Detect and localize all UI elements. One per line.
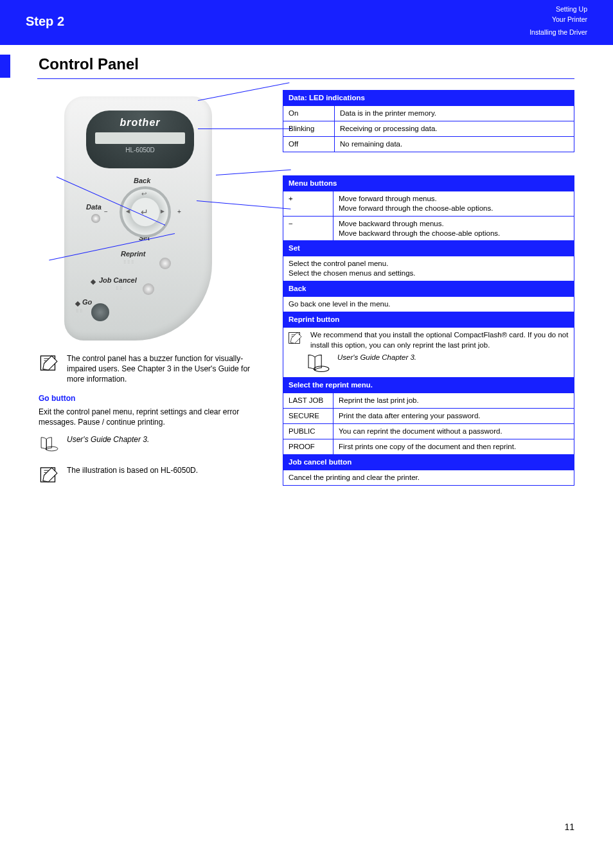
filler: [333, 281, 574, 297]
rp-c2: Reprint the last print job.: [333, 393, 574, 408]
lead-line: [198, 128, 291, 129]
rp-c1: LAST JOB: [283, 393, 333, 408]
rp-c1: PROOF: [283, 439, 333, 454]
t2-minus-desc: Move backward through menus.Move backwar…: [333, 216, 574, 241]
panel-label-back: Back: [134, 177, 150, 184]
panel-label-go: Go: [82, 298, 92, 306]
crumb-install: Installing the Driver: [529, 27, 587, 37]
braille-dots: ⠿⠿⠿: [123, 260, 135, 264]
note-icon: [287, 330, 304, 350]
note-block: The control panel has a buzzer function …: [39, 353, 257, 385]
t2-plus-desc: Move forward through menus.Move forward …: [333, 191, 574, 216]
t2-set-hdr: Set: [283, 241, 333, 256]
t2-back-desc: Go back one level in the menu.: [283, 297, 574, 312]
t2-set-desc: Select the control panel menu.Select the…: [283, 256, 574, 281]
panel-label-reprint: Reprint: [121, 250, 146, 258]
reprint-menu-hdr: Select the reprint menu.: [283, 378, 574, 393]
top-bar: Step 2 Setting UpYour Printer Installing…: [0, 0, 613, 45]
note-icon: [39, 353, 60, 385]
title-rule: [37, 78, 574, 79]
diamond-icon: [75, 301, 80, 306]
lcd-screen: [95, 132, 185, 144]
reprint-hdr: Reprint button: [283, 312, 574, 328]
step-tab: Step 2: [26, 14, 64, 28]
t2-header: Menu buttons: [283, 175, 574, 191]
diamond-icon: [91, 279, 96, 285]
page-title: Control Panel: [39, 55, 139, 73]
rp-c2: You can reprint the document without a p…: [333, 423, 574, 439]
book-icon: [305, 353, 332, 376]
note-icon: [39, 465, 60, 487]
panel-label-jobcancel: Job Cancel: [99, 276, 137, 284]
go-button: [91, 303, 109, 321]
userguide-text: User's Guide Chapter 3.: [67, 434, 149, 456]
t1-header: Data: LED indications: [283, 91, 574, 106]
job-cancel-button: [143, 283, 154, 295]
reprint-note: We recommend that you install the option…: [287, 330, 570, 350]
t1-c2: Data is in the printer memory.: [335, 105, 574, 121]
page-number: 11: [564, 822, 574, 832]
reprint-book: User's Guide Chapter 3.: [305, 353, 570, 376]
jobcancel-text: Cancel the printing and clear the printe…: [283, 470, 574, 485]
note-block-2: The illustration is based on HL-6050D.: [39, 465, 257, 487]
t2-plus: +: [283, 191, 333, 216]
crumb-setup2: Your Printer: [552, 15, 587, 23]
t1-c2: No remaining data.: [335, 136, 574, 152]
rp-c2: First prints one copy of the document an…: [333, 439, 574, 454]
note-text-2: The illustration is based on HL-6050D.: [67, 465, 198, 487]
t2-minus: −: [283, 216, 333, 241]
t1-c1: On: [283, 105, 335, 121]
reprint-note-text: We recommend that you install the option…: [310, 330, 570, 350]
display-bezel: brother HL-6050D: [86, 111, 194, 168]
jobcancel-hdr: Job cancel button: [283, 454, 574, 470]
note-text: The control panel has a buzzer function …: [67, 353, 257, 385]
arrow-right-icon: ►: [159, 208, 166, 215]
book-icon: [39, 434, 60, 456]
model-label: HL-6050D: [86, 146, 194, 154]
menu-buttons-table: Menu buttons + Move forward through menu…: [283, 175, 574, 486]
reprint-book-text: User's Guide Chapter 3.: [337, 353, 416, 376]
crumb-setup1: Setting Up: [556, 5, 587, 13]
rp-c2: Print the data after entering your passw…: [333, 408, 574, 423]
t1-c2: Receiving or processing data.: [335, 121, 574, 136]
printer-panel-illustration: brother HL-6050D Back Data Set Reprint J…: [64, 96, 212, 341]
go-text: Exit the control panel menu, reprint set…: [39, 407, 257, 429]
brand-logo: brother: [86, 111, 194, 128]
side-tab: [0, 55, 10, 78]
braille-dots: ⠿⠿: [116, 286, 123, 290]
breadcrumb-group: Setting UpYour Printer Installing the Dr…: [529, 4, 587, 37]
braille-dots: ⠿⠿: [76, 308, 84, 313]
menu-ring: ◄ ► ↩ ↵: [120, 186, 171, 238]
reprint-button: [159, 258, 171, 269]
panel-label-data: Data: [86, 203, 102, 211]
arrow-back-icon: ↩: [141, 190, 147, 197]
data-led-table: Data: LED indications OnData is in the p…: [283, 90, 574, 152]
minus-symbol: −: [104, 208, 108, 215]
t2-back-hdr: Back: [283, 281, 333, 297]
filler: [333, 241, 574, 256]
plus-symbol: +: [177, 208, 181, 215]
rp-c1: SECURE: [283, 408, 333, 423]
t1-c1: Off: [283, 136, 335, 152]
userguide-ref: User's Guide Chapter 3.: [39, 434, 257, 456]
go-header: Go button: [39, 394, 257, 403]
data-led: [91, 214, 100, 223]
rp-c1: PUBLIC: [283, 423, 333, 439]
